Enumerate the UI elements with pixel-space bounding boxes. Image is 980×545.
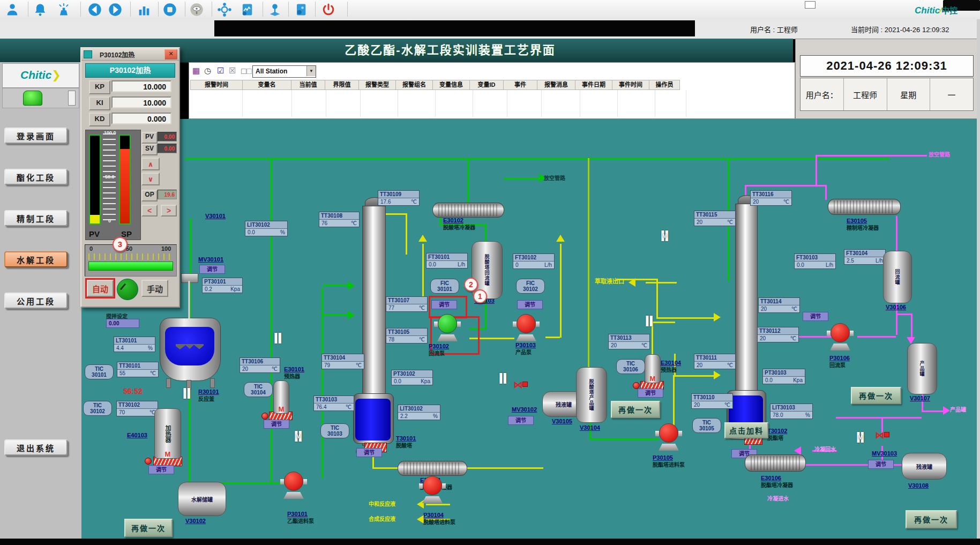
increase-button[interactable]: ∧ xyxy=(141,158,160,170)
alarm-col-12[interactable]: 事件时间 xyxy=(612,80,649,90)
kp-value[interactable]: 10.000 xyxy=(111,80,171,92)
stop-icon[interactable] xyxy=(162,2,178,18)
equipment-label-v30105[interactable]: V30105 xyxy=(552,418,572,424)
station-filter-select[interactable]: All Station ▼ xyxy=(252,65,316,78)
alarm-col-8[interactable]: 变量ID xyxy=(470,80,504,90)
decrease-button[interactable]: ∨ xyxy=(141,173,160,185)
equipment-label-e40103[interactable]: E40103 xyxy=(127,432,147,438)
alarm-beacon-icon[interactable] xyxy=(56,2,72,18)
close-icon[interactable]: ✕ xyxy=(164,49,177,59)
regulate-button[interactable]: 调节 xyxy=(868,460,894,469)
sidebar-item-4[interactable]: 水解工段 xyxy=(4,251,68,267)
system-config-icon[interactable] xyxy=(293,2,309,18)
equipment-label-mv30101[interactable]: MV30101 xyxy=(198,256,223,263)
nav-back-icon[interactable] xyxy=(87,2,103,18)
eye-disabled-icon[interactable] xyxy=(189,2,205,18)
dialog-title-bar[interactable]: P30102加热 ✕ xyxy=(81,48,179,61)
pump-stopped[interactable] xyxy=(422,476,443,505)
alarm-col-13[interactable]: 操作员 xyxy=(649,80,680,90)
valve-icon[interactable]: Ⅱ xyxy=(498,372,507,386)
regulate-button[interactable]: 调节 xyxy=(517,300,543,309)
equipment-label-e30101[interactable]: E30101预热器 xyxy=(284,366,304,380)
regulate-button[interactable]: 调节 xyxy=(356,448,382,457)
equipment-label-p30101[interactable]: P30101乙酯进料泵 xyxy=(287,511,314,525)
regulate-button[interactable]: 调节 xyxy=(264,420,289,429)
valve-icon[interactable]: ⅡM xyxy=(660,229,669,243)
alarm-col-4[interactable]: 界限值 xyxy=(325,80,359,90)
pump-stopped[interactable] xyxy=(515,314,537,343)
alarm-col-2[interactable]: 变量名 xyxy=(243,80,291,90)
clock-icon[interactable]: ◷ xyxy=(204,66,211,76)
sidebar-item-5[interactable]: 公用工段 xyxy=(4,293,68,309)
auto-mode-button[interactable]: 自动 xyxy=(87,280,114,297)
regulate-button[interactable]: 调节 xyxy=(199,265,225,274)
sidebar-item-6[interactable]: 退出系统 xyxy=(4,439,68,456)
sidebar-item-2[interactable]: 酯化工段 xyxy=(4,169,68,185)
pump-running[interactable] xyxy=(437,314,458,343)
equipment-label-v30104[interactable]: V30104 xyxy=(580,424,600,431)
equipment-label-p30105[interactable]: P30105脱酯塔进料泵 xyxy=(653,454,685,468)
nav-forward-icon[interactable] xyxy=(107,2,123,18)
alarm-col-9[interactable]: 事件 xyxy=(504,80,537,90)
equipment-label-p30102[interactable]: P30102回流泵 xyxy=(429,343,449,357)
power-icon[interactable] xyxy=(320,2,336,18)
stir-setpoint-value[interactable]: 0.00 xyxy=(106,319,139,328)
alarm-bell-icon[interactable] xyxy=(32,2,48,18)
equipment-label-e30105[interactable]: E30105精制塔冷凝器 xyxy=(847,218,879,232)
equipment-label-r30101[interactable]: R30101反应釜 xyxy=(198,389,219,402)
alarm-col-11[interactable]: 事件日期 xyxy=(575,80,612,90)
manual-valve-icon[interactable]: ⋈ xyxy=(513,380,523,389)
regulate-button[interactable]: 调节 xyxy=(148,465,174,474)
equipment-label-v30108[interactable]: V30108 xyxy=(908,482,929,489)
slider-green-bar[interactable] xyxy=(88,262,173,271)
regulate-button[interactable]: 调节 xyxy=(508,416,534,425)
equipment-label-p30106[interactable]: P30106回流泵 xyxy=(829,355,850,369)
alarm-col-7[interactable]: 变量信息 xyxy=(433,80,470,90)
op-slider-panel[interactable]: 0 50 100 xyxy=(85,244,177,277)
regulate-button[interactable]: 调节 xyxy=(638,389,663,398)
valve-icon[interactable]: Ⅱ xyxy=(273,332,282,346)
sidebar-item-3[interactable]: 精制工段 xyxy=(4,210,68,226)
op-value[interactable]: 19.6 xyxy=(158,190,177,199)
pin-icon[interactable] xyxy=(267,2,283,18)
grid-icon[interactable]: ▦ xyxy=(192,66,200,76)
op-left-button[interactable]: < xyxy=(141,205,158,216)
network-gear-icon[interactable] xyxy=(216,2,233,18)
check-off-icon[interactable]: ☒ xyxy=(229,66,236,76)
equipment-label-v30102[interactable]: V30102 xyxy=(185,518,206,524)
manual-valve-icon[interactable]: ⋈ xyxy=(875,431,885,439)
valve-icon[interactable]: ⅡM xyxy=(294,430,303,444)
valve-icon[interactable]: Ⅱ xyxy=(645,315,654,329)
sv-value[interactable]: 0.00 xyxy=(158,144,177,153)
equipment-label-p30104[interactable]: P30104脱酸塔进料泵 xyxy=(423,512,455,526)
alarm-col-1[interactable]: 报警时间 xyxy=(190,80,243,90)
equipment-label-v30101[interactable]: V30101 xyxy=(205,213,226,219)
action-button[interactable]: 再做一次 xyxy=(851,387,901,404)
mode-knob[interactable] xyxy=(117,279,138,300)
action-button[interactable]: 再做一次 xyxy=(124,519,173,537)
equipment-label-mv30102[interactable]: MV30102 xyxy=(512,406,537,413)
regulate-button[interactable]: 调节 xyxy=(803,312,828,321)
equipment-label-v30107[interactable]: V30107 xyxy=(910,395,930,401)
equipment-label-v30106[interactable]: V30106 xyxy=(886,304,906,310)
equipment-label-e30106[interactable]: E30106脱酯塔冷凝器 xyxy=(761,475,793,489)
equipment-label-e30102[interactable]: E30102脱酸塔冷凝器 xyxy=(443,217,475,231)
manual-mode-button[interactable]: 手动 xyxy=(141,280,168,297)
valve-icon[interactable]: Ⅱ xyxy=(182,387,191,401)
trend-config-icon[interactable] xyxy=(239,2,255,18)
alarm-col-3[interactable]: 当前值 xyxy=(291,80,325,90)
alarm-col-10[interactable]: 报警消息 xyxy=(537,80,575,90)
action-button[interactable]: 再做一次 xyxy=(906,510,957,528)
action-button[interactable]: 点击加料 xyxy=(724,422,768,438)
sidebar-item-1[interactable]: 登录画面 xyxy=(4,128,68,144)
pump-stopped[interactable] xyxy=(283,472,304,501)
kd-value[interactable]: 0.000 xyxy=(111,113,171,124)
equipment-label-mv30103[interactable]: MV30103 xyxy=(872,450,897,457)
equipment-label-e30104[interactable]: E30104预热器 xyxy=(661,360,681,374)
regulate-button[interactable]: 调节 xyxy=(431,300,457,309)
equipment-label-t30102[interactable]: T30102脱酯塔 xyxy=(767,428,787,442)
equipment-label-t30101[interactable]: T30101脱酸塔 xyxy=(396,435,416,449)
user-icon[interactable] xyxy=(4,2,20,18)
action-button[interactable]: 再做一次 xyxy=(611,401,660,418)
unlock-icon[interactable]: ◻ xyxy=(246,66,252,76)
